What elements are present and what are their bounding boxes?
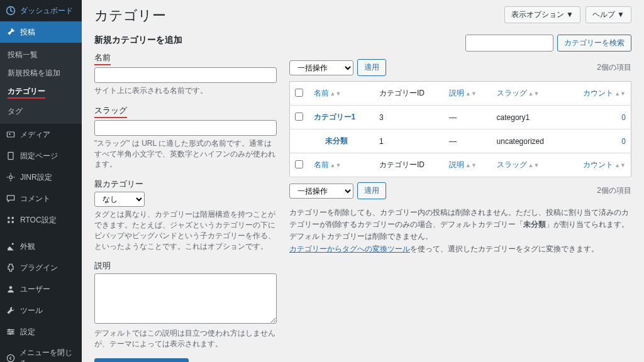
- bulk-action-select-bottom[interactable]: 一括操作: [289, 184, 353, 199]
- search-button[interactable]: カテゴリーを検索: [557, 35, 631, 52]
- sidebar-item-label: 設定: [20, 327, 35, 337]
- svg-point-15: [11, 331, 13, 332]
- select-all-checkbox-top[interactable]: [295, 89, 303, 97]
- col-desc[interactable]: 説明▲▼: [444, 82, 492, 106]
- svg-point-4: [9, 176, 13, 179]
- parent-help: タグとは異なり、カテゴリーは階層構造を持つことができます。たとえば、ジャズという…: [94, 209, 277, 251]
- collapse-icon: [5, 353, 16, 362]
- svg-point-2: [9, 133, 10, 134]
- svg-point-9: [12, 243, 14, 244]
- category-count-link[interactable]: 0: [621, 113, 626, 122]
- sort-icon: ▲▼: [528, 90, 540, 97]
- screen-options-button[interactable]: 表示オプション ▼: [504, 6, 580, 23]
- sidebar-item-media[interactable]: メディア: [0, 124, 82, 145]
- sidebar-item-dashboard[interactable]: ダッシュボード: [0, 0, 82, 21]
- slug-input[interactable]: [94, 120, 277, 136]
- sidebar-item-label: 固定ページ: [20, 151, 58, 162]
- col-id: カテゴリーID: [374, 82, 444, 106]
- item-count-bottom: 2個の項目: [597, 185, 631, 196]
- posts-submenu: 投稿一覧 新規投稿を追加 カテゴリー タグ: [0, 43, 82, 124]
- sidebar-item-comments[interactable]: コメント: [0, 188, 82, 209]
- category-slug: uncategorized: [492, 129, 564, 153]
- col-name[interactable]: 名前▲▼: [309, 153, 374, 177]
- svg-point-14: [8, 329, 10, 331]
- sidebar-item-settings[interactable]: 設定: [0, 321, 82, 343]
- bulk-apply-button-bottom[interactable]: 適用: [357, 182, 386, 199]
- sidebar-item-collapse[interactable]: メニューを閉じる: [0, 343, 82, 362]
- sidebar-item-tools[interactable]: ツール: [0, 300, 82, 321]
- submenu-item-tags[interactable]: タグ: [0, 102, 82, 121]
- svg-rect-8: [12, 221, 14, 223]
- svg-point-17: [7, 354, 14, 361]
- col-id: カテゴリーID: [374, 153, 444, 177]
- converter-link[interactable]: カテゴリーからタグへの変換ツール: [289, 244, 410, 253]
- col-count[interactable]: カウント▲▼: [564, 82, 631, 106]
- table-header-row: 名前▲▼ カテゴリーID 説明▲▼ スラッグ▲▼ カウント▲▼: [290, 82, 631, 106]
- table-footer-row: 名前▲▼ カテゴリーID 説明▲▼ スラッグ▲▼ カウント▲▼: [290, 153, 631, 177]
- desc-label: 説明: [94, 260, 277, 272]
- category-name-link[interactable]: カテゴリー1: [314, 112, 356, 121]
- user-icon: [5, 283, 16, 295]
- sidebar-item-jinr[interactable]: JINR設定: [0, 167, 82, 188]
- svg-point-10: [9, 286, 13, 289]
- sidebar-item-users[interactable]: ユーザー: [0, 278, 82, 300]
- desc-textarea[interactable]: [94, 273, 277, 324]
- submenu-item-new-post[interactable]: 新規投稿を追加: [0, 64, 82, 82]
- sidebar-item-plugins[interactable]: プラグイン: [0, 257, 82, 278]
- sidebar-item-pages[interactable]: 固定ページ: [0, 145, 82, 167]
- category-desc: —: [444, 129, 492, 153]
- bulk-action-select-top[interactable]: 一括操作: [289, 60, 353, 75]
- sort-icon: ▲▼: [528, 162, 540, 168]
- comment-icon: [5, 193, 16, 204]
- footer-note: カテゴリーを削除しても、カテゴリー内の投稿は削除されません。ただし、投稿に割り当…: [289, 207, 631, 255]
- col-name[interactable]: 名前▲▼: [309, 82, 374, 106]
- sidebar-item-label: コメント: [20, 194, 50, 204]
- sidebar-item-label: メニューを閉じる: [19, 348, 77, 362]
- page-icon: [5, 150, 16, 162]
- category-desc: —: [444, 106, 492, 129]
- pin-icon: [5, 26, 16, 38]
- select-all-checkbox-bottom[interactable]: [295, 160, 303, 168]
- help-button[interactable]: ヘルプ ▼: [586, 6, 631, 23]
- gear-icon: [5, 172, 16, 183]
- sidebar-item-label: JINR設定: [20, 172, 52, 183]
- submenu-item-all-posts[interactable]: 投稿一覧: [0, 46, 82, 64]
- appearance-icon: [5, 241, 16, 252]
- bulk-apply-button-top[interactable]: 適用: [357, 59, 386, 76]
- category-list: カテゴリーを検索 一括操作 適用 2個の項目 名前▲▼ カテゴリーID: [289, 35, 631, 362]
- dashboard-icon: [5, 5, 16, 16]
- sidebar-item-rtoc[interactable]: RTOC設定: [0, 209, 82, 231]
- tool-icon: [5, 305, 16, 316]
- col-desc[interactable]: 説明▲▼: [444, 153, 492, 177]
- row-checkbox[interactable]: [295, 112, 303, 121]
- sidebar-item-appearance[interactable]: 外観: [0, 236, 82, 257]
- submit-button[interactable]: 新規カテゴリーを追加: [94, 358, 189, 362]
- category-count-link[interactable]: 0: [621, 137, 626, 146]
- gear-icon: [5, 214, 16, 226]
- name-input[interactable]: [94, 67, 277, 83]
- parent-select[interactable]: なし: [94, 192, 145, 207]
- search-input[interactable]: [465, 35, 553, 52]
- name-label: 名前: [94, 52, 277, 65]
- col-slug[interactable]: スラッグ▲▼: [492, 153, 564, 177]
- sidebar-item-label: 投稿: [20, 27, 35, 38]
- name-help: サイト上に表示される名前です。: [94, 85, 277, 96]
- sort-icon: ▲▼: [465, 90, 477, 97]
- add-category-form: 新規カテゴリーを追加 名前 サイト上に表示される名前です。 スラッグ "スラッグ…: [94, 35, 277, 362]
- svg-rect-7: [8, 221, 9, 223]
- col-count[interactable]: カウント▲▼: [564, 153, 631, 177]
- category-name-link[interactable]: 未分類: [325, 136, 348, 145]
- sort-icon: ▲▼: [465, 162, 477, 168]
- form-heading: 新規カテゴリーを追加: [94, 35, 277, 46]
- col-slug[interactable]: スラッグ▲▼: [492, 82, 564, 106]
- sidebar-item-label: メディア: [20, 129, 50, 140]
- plugin-icon: [5, 262, 16, 273]
- sort-icon: ▲▼: [614, 162, 626, 168]
- sort-icon: ▲▼: [614, 90, 626, 97]
- media-icon: [5, 129, 16, 140]
- parent-label: 親カテゴリー: [94, 178, 277, 190]
- main-content: カテゴリー 表示オプション ▼ ヘルプ ▼ 新規カテゴリーを追加 名前 サイト上…: [82, 0, 644, 362]
- sidebar-item-posts[interactable]: 投稿: [0, 21, 82, 43]
- category-id: 1: [374, 129, 444, 153]
- submenu-item-categories[interactable]: カテゴリー: [0, 82, 82, 102]
